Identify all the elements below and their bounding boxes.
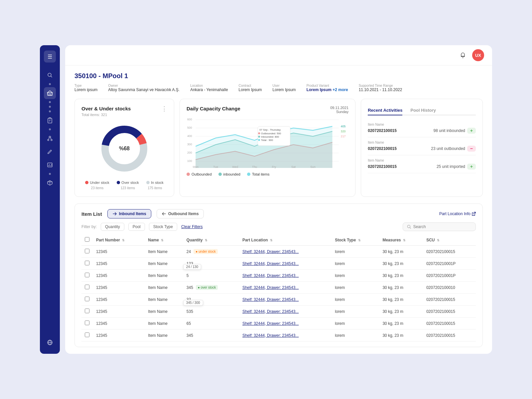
part-location-link[interactable]: Part Location Info [439, 211, 476, 216]
cell-location[interactable]: Shelf: 32444, Drawer: 234543... [239, 294, 332, 306]
cell-name: Item Name [145, 306, 183, 318]
legend-under-stock: Under stock 23 items [85, 181, 109, 190]
tab-pool-history[interactable]: Pool History [410, 106, 436, 115]
filter-pool-button[interactable]: Pool [128, 223, 145, 231]
row-checkbox[interactable] [85, 297, 89, 301]
cell-scu: 020720210001P [423, 270, 476, 282]
cell-scu: 020720210001P [423, 258, 476, 270]
svg-text:Tue: Tue [213, 165, 218, 169]
col-measures[interactable]: Measures ⇅ [379, 234, 423, 246]
cell-stock-type: lorem [332, 258, 379, 270]
row-checkbox[interactable] [85, 261, 89, 265]
cell-location[interactable]: Shelf: 32444, Drawer: 234543... [239, 318, 332, 330]
inbound-items-button[interactable]: Inbound Items [107, 209, 151, 218]
sidebar-dot-3 [49, 106, 51, 108]
table-row: 12345 Item Name 345 Shelf: 32444, Drawer… [81, 330, 476, 341]
cell-location[interactable]: Shelf: 32444, Drawer: 234543... [239, 258, 332, 270]
col-name[interactable]: Name ⇅ [145, 234, 183, 246]
cell-measures: 30 kg, 23 m [379, 294, 423, 306]
svg-text:Total :       900: Total : 900 [261, 139, 273, 142]
search-icon[interactable] [44, 69, 56, 81]
search-input[interactable] [413, 224, 471, 229]
network-icon[interactable] [44, 132, 56, 144]
notification-bell[interactable] [458, 50, 468, 61]
cell-scu: 0207202100015 [423, 294, 476, 306]
legend-over-stock: Over stock 123 items [117, 181, 139, 190]
capacity-header: Daily Capacity Change 09.11.2021 Sunday [187, 106, 348, 114]
row-checkbox[interactable] [85, 285, 89, 289]
stock-legend: Under stock 23 items Over stock 123 item… [81, 181, 167, 190]
clear-filters-button[interactable]: Clear Filters [181, 224, 203, 229]
svg-text:320: 320 [341, 130, 346, 133]
meta-type: Type Lorem ipsum [74, 84, 97, 92]
meta-location: Location Ankara - Yenimahalle [190, 84, 228, 92]
cell-scu: 0207202100015 [423, 318, 476, 330]
donut-center-label: %68 [119, 146, 130, 152]
user-avatar[interactable]: UX [472, 49, 484, 61]
item-list-title: Item List [81, 211, 102, 217]
donut-chart: %68 [81, 122, 167, 175]
row-checkbox[interactable] [85, 309, 89, 313]
stock-card-menu[interactable]: ⋮ [161, 105, 167, 112]
filter-row: Filter by: Quantity Pool Stock Type Clea… [81, 222, 476, 231]
cell-name: Item Name [145, 270, 183, 282]
cell-part-number: 12345 [93, 258, 145, 270]
stock-card-subtitle: Total items: 321 [81, 113, 131, 117]
cell-measures: 30 kg, 23 m [379, 258, 423, 270]
edit-icon[interactable] [44, 146, 56, 158]
svg-text:Fry: Fry [272, 165, 276, 169]
cell-location[interactable]: Shelf: 32444, Drawer: 234543... [239, 282, 332, 294]
tab-recent-activities[interactable]: Recent Activities [368, 106, 402, 115]
cell-quantity: 65 [183, 318, 239, 330]
table-body: 12345 Item Name 24● under stock24 / 130 … [81, 246, 476, 341]
capacity-card: Daily Capacity Change 09.11.2021 Sunday … [180, 99, 355, 197]
filter-stock-type-button[interactable]: Stock Type [149, 223, 177, 231]
cell-stock-type: lorem [332, 294, 379, 306]
outbound-items-button[interactable]: Outbound Items [157, 209, 204, 218]
meta-row: Type Lorem ipsum Owner Altoy Savunma San… [74, 84, 483, 92]
sidebar-dot-2 [49, 101, 51, 103]
menu-icon[interactable]: ☰ [44, 51, 56, 63]
filter-quantity-button[interactable]: Quantity [101, 223, 124, 231]
cell-quantity: 535 [183, 306, 239, 318]
row-checkbox[interactable] [85, 321, 89, 325]
report-icon[interactable] [44, 159, 56, 171]
svg-line-59 [410, 227, 411, 228]
table-row: 12345 Item Name 5 Shelf: 32444, Drawer: … [81, 270, 476, 282]
svg-text:Wed: Wed [232, 165, 238, 169]
cell-location[interactable]: Shelf: 32444, Drawer: 234543... [239, 270, 332, 282]
cell-part-number: 12345 [93, 318, 145, 330]
row-checkbox[interactable] [85, 249, 89, 253]
cell-name: Item Name [145, 318, 183, 330]
cell-part-number: 12345 [93, 282, 145, 294]
cell-name: Item Name [145, 258, 183, 270]
cell-location[interactable]: Shelf: 32444, Drawer: 234543... [239, 246, 332, 258]
svg-text:Mon: Mon [193, 165, 199, 169]
page-title: 350100 - MPool 1 [74, 72, 483, 80]
select-all-checkbox[interactable] [85, 237, 89, 242]
col-stock-type[interactable]: Stock Type ⇅ [332, 234, 379, 246]
col-part-location[interactable]: Part Location ⇅ [239, 234, 332, 246]
activity-item-2: Item Name 0207202100015 23 unit outbound… [368, 137, 476, 155]
cell-part-number: 12345 [93, 330, 145, 341]
content-area: 350100 - MPool 1 Type Lorem ipsum Owner … [65, 66, 492, 354]
svg-point-7 [49, 136, 51, 138]
row-checkbox[interactable] [85, 332, 89, 337]
col-quantity[interactable]: Quantity ⇅ [183, 234, 239, 246]
svg-text:405: 405 [341, 125, 346, 128]
col-part-number[interactable]: Part Number ⇅ [93, 234, 145, 246]
warehouse-icon[interactable] [44, 87, 56, 99]
filter-label: Filter by: [81, 224, 97, 229]
items-table: Part Number ⇅ Name ⇅ Quantity ⇅ Part Loc… [81, 234, 476, 341]
col-scu[interactable]: SCU ⇅ [423, 234, 476, 246]
svg-text:300: 300 [187, 143, 192, 146]
row-checkbox[interactable] [85, 273, 89, 277]
cell-location[interactable]: Shelf: 32444, Drawer: 234543... [239, 330, 332, 341]
box-icon[interactable] [44, 177, 56, 189]
cell-location[interactable]: Shelf: 32444, Drawer: 234543... [239, 306, 332, 318]
cell-stock-type: lorem [332, 330, 379, 341]
clipboard-icon[interactable] [44, 114, 56, 126]
svg-text:Sun: Sun [310, 165, 316, 169]
cell-stock-type: lorem [332, 270, 379, 282]
globe-icon[interactable] [44, 336, 56, 348]
